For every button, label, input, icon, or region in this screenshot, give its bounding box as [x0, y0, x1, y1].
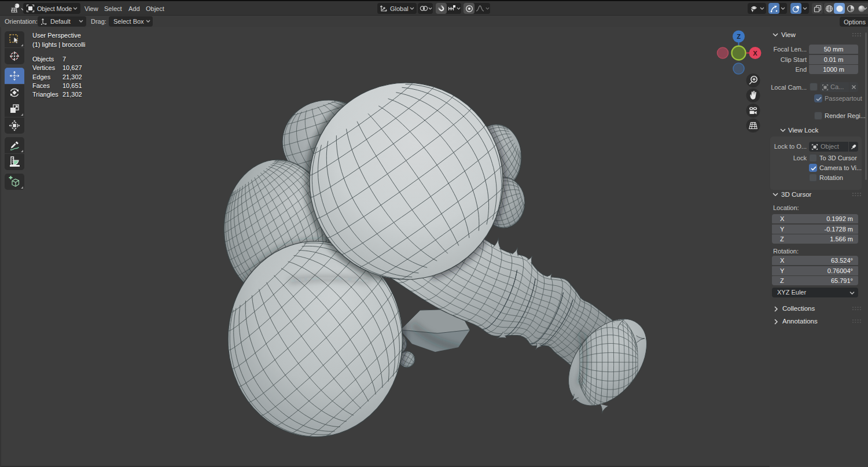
- svg-text:Z: Z: [737, 33, 741, 40]
